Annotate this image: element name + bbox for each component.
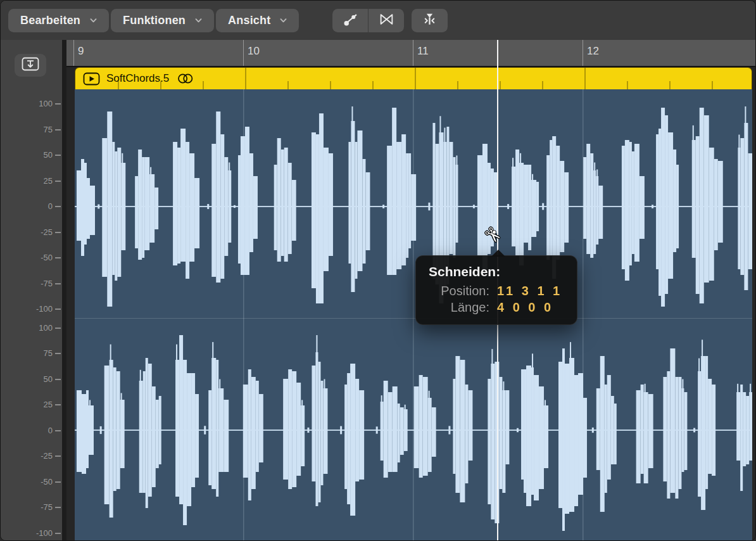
scale-tick xyxy=(55,353,61,354)
waveform-editor-pane: 9101112 SoftChords.5 xyxy=(66,40,755,540)
scale-tick xyxy=(55,181,61,182)
chevron-down-icon xyxy=(90,18,97,23)
beat-tick xyxy=(203,81,204,89)
ruler-bar-number: 9 xyxy=(78,45,84,58)
loop-icon xyxy=(177,73,194,84)
menu-label: Bearbeiten xyxy=(20,14,80,27)
menu-label: Funktionen xyxy=(123,14,186,27)
scale-tick xyxy=(55,481,61,483)
ruler-bar-line xyxy=(73,40,74,66)
scale-tick xyxy=(55,430,61,431)
amplitude-scale-label: 0 xyxy=(1,201,53,212)
crossfade-tool-button[interactable] xyxy=(368,9,404,32)
amplitude-scale-label: 100 xyxy=(1,323,53,333)
beat-tick xyxy=(118,81,119,89)
amplitude-scale-label: 0 xyxy=(1,426,53,436)
beat-tick xyxy=(500,81,501,89)
amplitude-scale-label: -25 xyxy=(1,227,53,238)
position-value: 11 3 1 1 xyxy=(497,284,562,298)
amplitude-scale-label: -100 xyxy=(1,528,53,538)
scale-tick xyxy=(55,206,61,207)
amplitude-scale-label: -100 xyxy=(1,304,53,314)
ruler-bar-line xyxy=(243,40,244,66)
menu-button-bearbeiten[interactable]: Bearbeiten xyxy=(8,9,109,32)
bar-tick xyxy=(584,68,586,89)
bar-tick xyxy=(415,68,416,89)
snap-zero-crossing-button[interactable] xyxy=(412,9,448,32)
ruler-bar-number: 10 xyxy=(248,45,260,58)
editor-toolbar: Bearbeiten Funktionen Ansicht xyxy=(1,1,755,40)
amplitude-scale-label: -50 xyxy=(1,253,53,263)
automation-tool-button[interactable] xyxy=(332,9,368,32)
tool-button-group xyxy=(332,9,404,32)
amplitude-scale-label: -75 xyxy=(1,279,53,289)
beat-tick xyxy=(669,81,671,89)
scale-tick xyxy=(55,155,61,156)
scale-tick xyxy=(55,283,61,284)
scale-tick xyxy=(55,455,61,457)
ruler-bar-number: 12 xyxy=(587,45,599,58)
menu-label: Ansicht xyxy=(228,14,270,27)
beat-tick xyxy=(712,81,713,89)
ruler-bar-number: 11 xyxy=(417,45,429,58)
cursor-hotspot-dot xyxy=(492,230,496,234)
beat-tick xyxy=(287,81,289,89)
laenge-label: Länge: xyxy=(429,300,489,315)
scale-tick xyxy=(55,507,61,508)
amplitude-scale-label: 25 xyxy=(1,400,53,410)
beat-tick xyxy=(457,81,458,89)
beat-tick xyxy=(542,81,543,89)
waveform-canvas[interactable] xyxy=(75,89,752,541)
scale-tick xyxy=(55,379,61,380)
amplitude-scale-label: 50 xyxy=(1,374,53,385)
menu-group: Bearbeiten Funktionen Ansicht xyxy=(8,9,299,32)
amplitude-scale-label: -75 xyxy=(1,502,53,512)
amplitude-scale-label: 75 xyxy=(1,348,53,359)
tooltip-arrow xyxy=(491,250,505,257)
region-play-icon[interactable] xyxy=(83,72,100,86)
beat-tick xyxy=(627,81,628,89)
amplitude-scale-label: -25 xyxy=(1,451,53,461)
amplitude-scale-label: 75 xyxy=(1,125,53,135)
ruler-bar-line xyxy=(413,40,413,66)
chevron-down-icon xyxy=(280,18,287,23)
menu-button-funktionen[interactable]: Funktionen xyxy=(111,9,214,32)
scale-tick xyxy=(55,257,61,258)
laenge-value: 4 0 0 0 xyxy=(497,300,553,315)
ruler-bar-line xyxy=(583,40,583,66)
region-header-softchords5[interactable]: SoftChords.5 xyxy=(75,67,752,89)
chevron-down-icon xyxy=(195,18,202,23)
snap-zero-crossing-icon xyxy=(422,11,438,30)
bar-tick xyxy=(245,68,246,89)
scale-tick xyxy=(55,103,61,105)
amplitude-scale-sidebar: 1007550250-25-50-75-1001007550250-25-50-… xyxy=(1,40,66,541)
menu-button-ansicht[interactable]: Ansicht xyxy=(216,9,299,32)
amplitude-scale-label: 50 xyxy=(1,150,53,160)
scale-tick xyxy=(55,232,61,233)
automation-nodes-icon xyxy=(343,11,358,30)
amplitude-scale-label: -50 xyxy=(1,477,53,487)
tooltip-row-laenge: Länge: 4 0 0 0 xyxy=(429,300,568,315)
scale-tick xyxy=(55,129,61,130)
waveform-display[interactable] xyxy=(75,89,752,541)
beat-tick xyxy=(160,81,161,89)
scale-tick xyxy=(55,328,61,329)
audio-track-editor-window: Bearbeiten Funktionen Ansicht xyxy=(0,0,756,541)
tooltip-title: Schneiden: xyxy=(429,264,568,279)
scale-tick xyxy=(55,309,61,310)
tooltip-row-position: Position: 11 3 1 1 xyxy=(429,284,568,298)
editor-header-button[interactable] xyxy=(15,54,46,77)
bars-ruler[interactable]: 9101112 xyxy=(66,40,755,67)
scale-tick xyxy=(55,404,61,405)
amplitude-scale-label: 100 xyxy=(1,99,53,109)
crossfade-icon xyxy=(379,11,394,30)
amplitude-scale-label: 25 xyxy=(1,176,53,186)
window-down-arrow-icon xyxy=(22,57,39,73)
cut-info-tooltip: Schneiden: Position: 11 3 1 1 Länge: 4 0… xyxy=(415,255,577,325)
beat-tick xyxy=(330,81,331,89)
beat-tick xyxy=(372,81,374,89)
scale-tick xyxy=(55,533,61,534)
position-label: Position: xyxy=(429,284,489,298)
